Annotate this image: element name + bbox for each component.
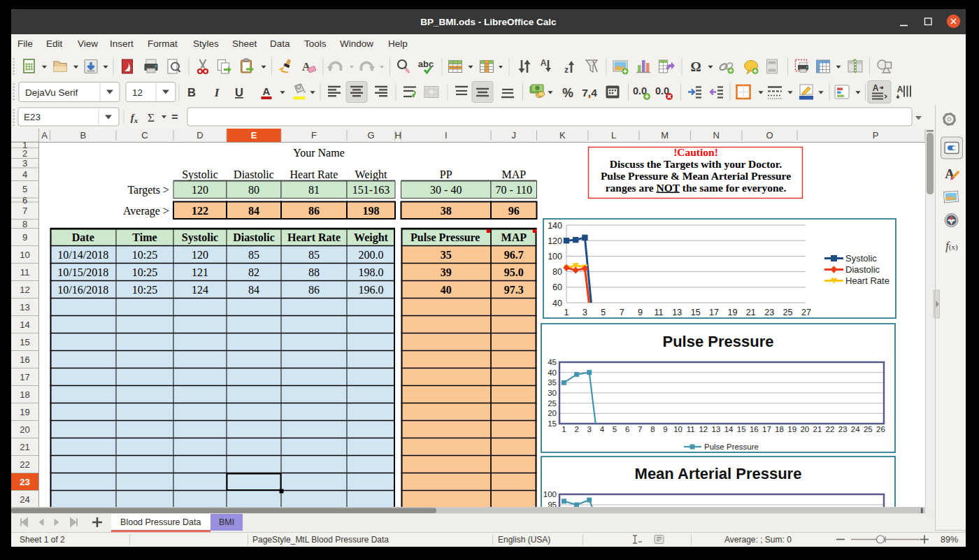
svg-text:10: 10 [673,425,683,433]
svg-text:12: 12 [132,87,143,98]
svg-text:4: 4 [22,169,27,180]
svg-text:1: 1 [562,425,566,433]
svg-text:5: 5 [613,425,617,433]
svg-text:18: 18 [20,389,29,400]
svg-text:17: 17 [709,308,719,317]
svg-text:10/14/2018: 10/14/2018 [57,249,108,261]
svg-text:Discuss the Targets with your: Discuss the Targets with your Doctor. [610,158,782,170]
svg-text:23: 23 [764,308,774,317]
svg-text:122: 122 [192,205,208,217]
svg-text:25: 25 [864,425,873,433]
svg-text:22: 22 [826,425,835,433]
svg-text:F: F [311,130,317,141]
svg-text:25: 25 [783,308,793,317]
svg-text:18: 18 [775,425,784,433]
svg-text:K: K [559,130,566,141]
svg-text:17: 17 [20,372,29,382]
svg-text:B: B [187,86,196,99]
svg-text:Time: Time [132,231,157,243]
svg-text:39: 39 [441,266,452,278]
svg-text:A: A [873,83,879,93]
svg-text:L: L [611,130,616,141]
svg-text:Pulse Pressure: Pulse Pressure [663,333,774,350]
svg-text:9: 9 [638,308,643,317]
svg-text:26: 26 [876,425,885,433]
svg-text:P: P [873,130,879,141]
svg-text:60: 60 [552,282,562,292]
svg-text:196.0: 196.0 [359,284,384,296]
svg-text:80: 80 [552,267,562,277]
svg-text:15: 15 [548,419,557,428]
svg-text:Weight: Weight [354,231,389,244]
svg-text:B: B [80,130,86,141]
svg-text:G: G [367,130,374,141]
svg-text:13: 13 [712,425,721,433]
svg-text:40: 40 [441,284,452,296]
svg-text:Targets >: Targets > [127,184,169,196]
svg-text:10/15/2018: 10/15/2018 [57,266,108,278]
svg-text:A: A [263,85,271,97]
svg-text:19: 19 [727,308,737,317]
svg-text:3: 3 [22,158,27,168]
svg-text:9: 9 [22,232,27,243]
svg-text:100: 100 [543,490,557,498]
svg-text:PP: PP [440,168,452,180]
svg-text:95.0: 95.0 [504,266,524,278]
svg-text:120: 120 [548,236,562,246]
svg-text:J: J [512,130,517,141]
svg-text:Pulse Pressure: Pulse Pressure [704,443,759,451]
svg-text:88: 88 [308,266,320,278]
svg-text:N: N [713,130,720,141]
svg-text:13: 13 [672,308,682,317]
svg-text:82: 82 [248,266,259,278]
svg-text:14: 14 [724,425,734,433]
svg-text:121: 121 [192,266,208,278]
svg-text:Diastolic: Diastolic [845,264,880,275]
svg-text:10:25: 10:25 [132,266,157,278]
svg-text:Systolic: Systolic [182,168,218,181]
svg-text:100: 100 [548,252,562,261]
svg-text:120: 120 [192,184,208,196]
svg-text:22: 22 [20,459,29,470]
svg-text:Average >: Average > [123,205,169,217]
svg-text:8: 8 [650,425,655,433]
svg-text:8: 8 [22,219,27,229]
svg-text:81: 81 [308,184,320,196]
svg-text:85: 85 [248,249,259,261]
svg-text:35: 35 [548,378,557,387]
svg-text:70 - 110: 70 - 110 [495,184,532,196]
svg-text:1: 1 [564,308,569,317]
svg-text:fx: fx [131,112,138,124]
svg-text:D: D [196,130,203,141]
svg-text:15: 15 [691,308,701,317]
svg-text:O: O [766,130,773,141]
svg-text:I: I [214,86,220,99]
svg-text:5: 5 [601,308,606,317]
svg-text:120: 120 [192,249,208,261]
svg-text:!Caution!: !Caution! [673,146,718,158]
svg-text:Mean Arterial Pressure: Mean Arterial Pressure [635,465,802,482]
svg-text:A: A [541,58,547,68]
svg-text:96.7: 96.7 [504,249,524,261]
svg-text:151-163: 151-163 [352,184,390,196]
svg-text:Weight: Weight [355,168,387,181]
svg-text:10/16/2018: 10/16/2018 [57,284,108,296]
svg-text:140: 140 [548,221,562,231]
svg-text:200.0: 200.0 [359,249,384,261]
svg-text:Your Name: Your Name [293,147,344,159]
svg-text:7: 7 [638,425,642,433]
svg-text:11: 11 [687,425,695,433]
svg-text:MAP: MAP [501,231,527,243]
svg-text:16: 16 [20,354,29,365]
svg-text:124: 124 [192,284,208,296]
svg-text:12: 12 [699,425,708,433]
svg-text:198.0: 198.0 [359,266,384,278]
svg-text:Heart Rate: Heart Rate [845,275,889,286]
svg-text:30: 30 [548,389,557,397]
svg-text:10:25: 10:25 [132,284,157,296]
svg-text:84: 84 [248,284,259,296]
svg-text:Pulse Pressure: Pulse Pressure [410,231,480,243]
svg-text:Heart Rate: Heart Rate [287,231,341,243]
svg-text:7: 7 [620,308,624,317]
svg-text:C: C [141,130,148,141]
